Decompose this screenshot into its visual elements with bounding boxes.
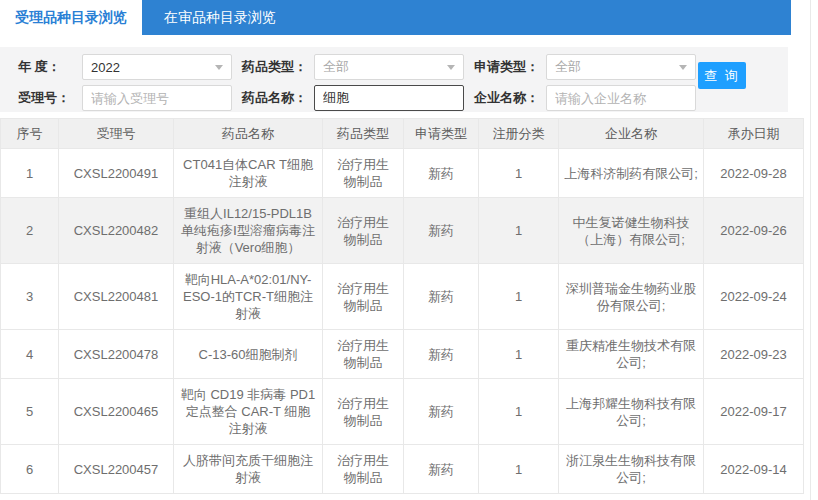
table-cell: 新药 bbox=[404, 445, 479, 494]
table-cell: 新药 bbox=[404, 198, 479, 264]
company-label: 企业名称： bbox=[474, 89, 546, 107]
acceptance-no-label: 受理号： bbox=[18, 89, 82, 107]
drug-name-label: 药品名称： bbox=[242, 89, 314, 107]
table-cell: CT041自体CAR T细胞注射液 bbox=[174, 149, 323, 198]
table-cell: CXSL2200457 bbox=[59, 445, 174, 494]
table-cell: C-13-60细胞制剂 bbox=[174, 330, 323, 379]
filter-row-2: 受理号： 药品名称： 企业名称： bbox=[18, 85, 788, 111]
table-row[interactable]: 3CXSL2200481靶向HLA-A*02:01/NY-ESO-1的TCR-T… bbox=[1, 264, 804, 330]
filter-row-1: 年 度： 2022 药品类型： 全部 申请类型： 全部 bbox=[18, 54, 788, 80]
apply-type-select-value: 全部 bbox=[555, 58, 581, 76]
table-cell: CXSL2200481 bbox=[59, 264, 174, 330]
table-cell: 新药 bbox=[404, 379, 479, 445]
table-cell: 3 bbox=[1, 264, 59, 330]
table-cell: 1 bbox=[479, 445, 559, 494]
table-cell: 4 bbox=[1, 330, 59, 379]
drug-type-select-value: 全部 bbox=[323, 58, 349, 76]
table-cell: 1 bbox=[479, 264, 559, 330]
table-cell: 靶向HLA-A*02:01/NY-ESO-1的TCR-T细胞注射液 bbox=[174, 264, 323, 330]
acceptance-no-input[interactable] bbox=[82, 85, 232, 111]
table-cell: 2022-09-24 bbox=[704, 264, 804, 330]
table-cell: 上海科济制药有限公司; bbox=[559, 149, 704, 198]
column-header: 承办日期 bbox=[704, 119, 804, 149]
table-cell: 2022-09-28 bbox=[704, 149, 804, 198]
table-cell: 治疗用生物制品 bbox=[323, 149, 404, 198]
table-cell: 1 bbox=[1, 149, 59, 198]
table-cell: 新药 bbox=[404, 264, 479, 330]
table-cell: 2022-09-23 bbox=[704, 330, 804, 379]
filter-panel: 年 度： 2022 药品类型： 全部 申请类型： 全部 受理号： 药品名称： 企… bbox=[0, 47, 788, 112]
table-row[interactable]: 6CXSL2200457人脐带间充质干细胞注射液治疗用生物制品新药1浙江泉生生物… bbox=[1, 445, 804, 494]
tab-bar: 受理品种目录浏览 在审品种目录浏览 bbox=[0, 0, 791, 35]
chevron-down-icon bbox=[447, 65, 455, 70]
table-cell: CXSL2200482 bbox=[59, 198, 174, 264]
drug-name-input[interactable] bbox=[314, 85, 464, 111]
year-select-value: 2022 bbox=[91, 60, 120, 75]
table-cell: 重组人IL12/15-PDL1B单纯疱疹Ⅰ型溶瘤病毒注射液（Vero细胞） bbox=[174, 198, 323, 264]
table-cell: 新药 bbox=[404, 149, 479, 198]
table-cell: CXSL2200491 bbox=[59, 149, 174, 198]
column-header: 受理号 bbox=[59, 119, 174, 149]
column-header: 企业名称 bbox=[559, 119, 704, 149]
table-cell: CXSL2200465 bbox=[59, 379, 174, 445]
table-cell: 人脐带间充质干细胞注射液 bbox=[174, 445, 323, 494]
table-cell: 2022-09-26 bbox=[704, 198, 804, 264]
table-cell: 新药 bbox=[404, 330, 479, 379]
table-row[interactable]: 1CXSL2200491CT041自体CAR T细胞注射液治疗用生物制品新药1上… bbox=[1, 149, 804, 198]
table-cell: 治疗用生物制品 bbox=[323, 445, 404, 494]
column-header: 申请类型 bbox=[404, 119, 479, 149]
table-cell: CXSL2200478 bbox=[59, 330, 174, 379]
table-cell: 1 bbox=[479, 379, 559, 445]
table-cell: 1 bbox=[479, 330, 559, 379]
page-right-border bbox=[810, 0, 811, 500]
table-cell: 重庆精准生物技术有限公司; bbox=[559, 330, 704, 379]
table-cell: 2 bbox=[1, 198, 59, 264]
table-cell: 5 bbox=[1, 379, 59, 445]
table-cell: 治疗用生物制品 bbox=[323, 264, 404, 330]
table-row[interactable]: 4CXSL2200478C-13-60细胞制剂治疗用生物制品新药1重庆精准生物技… bbox=[1, 330, 804, 379]
table-cell: 2022-09-14 bbox=[704, 445, 804, 494]
table-cell: 1 bbox=[479, 149, 559, 198]
chevron-down-icon bbox=[215, 65, 223, 70]
table-cell: 1 bbox=[479, 198, 559, 264]
table-row[interactable]: 2CXSL2200482重组人IL12/15-PDL1B单纯疱疹Ⅰ型溶瘤病毒注射… bbox=[1, 198, 804, 264]
apply-type-label: 申请类型： bbox=[474, 58, 546, 76]
tab-under-review-catalog[interactable]: 在审品种目录浏览 bbox=[142, 0, 298, 35]
results-table: 序号受理号药品名称药品类型申请类型注册分类企业名称承办日期 1CXSL22004… bbox=[0, 118, 804, 494]
chevron-down-icon bbox=[679, 65, 687, 70]
table-header-row: 序号受理号药品名称药品类型申请类型注册分类企业名称承办日期 bbox=[1, 119, 804, 149]
results-table-wrap: 序号受理号药品名称药品类型申请类型注册分类企业名称承办日期 1CXSL22004… bbox=[0, 118, 818, 494]
column-header: 药品类型 bbox=[323, 119, 404, 149]
year-select[interactable]: 2022 bbox=[82, 54, 232, 80]
table-cell: 治疗用生物制品 bbox=[323, 198, 404, 264]
table-cell: 治疗用生物制品 bbox=[323, 330, 404, 379]
table-row[interactable]: 5CXSL2200465靶向 CD19 非病毒 PD1 定点整合 CAR-T 细… bbox=[1, 379, 804, 445]
table-cell: 靶向 CD19 非病毒 PD1 定点整合 CAR-T 细胞注射液 bbox=[174, 379, 323, 445]
tab-accepted-catalog[interactable]: 受理品种目录浏览 bbox=[0, 0, 142, 35]
table-cell: 2022-09-17 bbox=[704, 379, 804, 445]
table-cell: 6 bbox=[1, 445, 59, 494]
table-cell: 上海邦耀生物科技有限公司; bbox=[559, 379, 704, 445]
drug-type-label: 药品类型： bbox=[242, 58, 314, 76]
table-cell: 深圳普瑞金生物药业股份有限公司; bbox=[559, 264, 704, 330]
drug-type-select[interactable]: 全部 bbox=[314, 54, 464, 80]
apply-type-select[interactable]: 全部 bbox=[546, 54, 696, 80]
column-header: 注册分类 bbox=[479, 119, 559, 149]
column-header: 药品名称 bbox=[174, 119, 323, 149]
column-header: 序号 bbox=[1, 119, 59, 149]
table-cell: 治疗用生物制品 bbox=[323, 379, 404, 445]
year-label: 年 度： bbox=[18, 58, 82, 76]
search-button[interactable]: 查 询 bbox=[698, 62, 746, 89]
table-cell: 浙江泉生生物科技有限公司; bbox=[559, 445, 704, 494]
company-input[interactable] bbox=[546, 85, 696, 111]
table-cell: 中生复诺健生物科技（上海）有限公司; bbox=[559, 198, 704, 264]
